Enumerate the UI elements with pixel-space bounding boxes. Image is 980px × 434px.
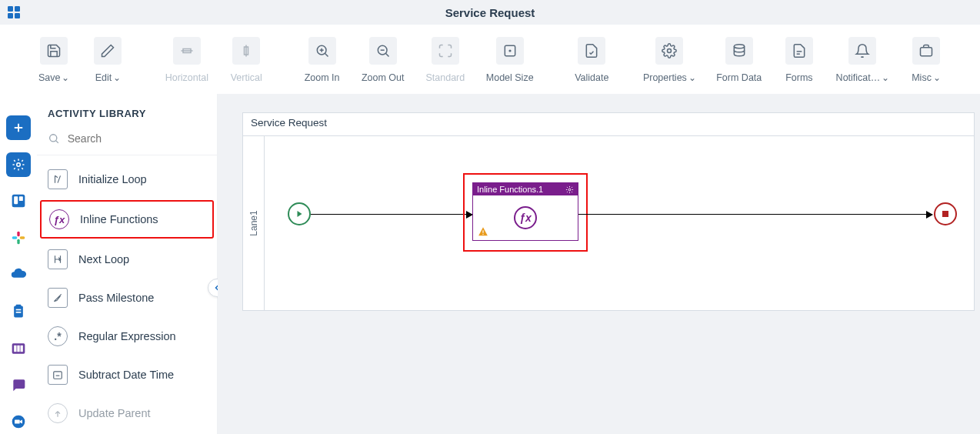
activity-label: Update Parent [78, 407, 151, 419]
window-header: Service Request [0, 0, 980, 25]
vertical-label: Vertical [231, 72, 262, 83]
svg-rect-33 [16, 305, 22, 307]
process-canvas[interactable]: Service Request Lane1 Inline Functions.1… [242, 112, 975, 311]
page-title: Service Request [445, 6, 535, 19]
svg-rect-41 [15, 420, 20, 424]
panel-title: ACTIVITY LIBRARY [37, 94, 217, 132]
search-input[interactable] [68, 132, 206, 145]
svg-marker-46 [298, 211, 302, 217]
activity-label: Initialize Loop [78, 173, 147, 185]
fx-icon: ƒx [514, 206, 537, 229]
align-horizontal-button[interactable]: Horizontal [155, 32, 219, 83]
chevron-down-icon: ⌄ [933, 72, 941, 83]
chevron-down-icon: ⌄ [882, 72, 889, 83]
lane-label: Lane1 [248, 210, 259, 235]
validate-button[interactable]: Validate [563, 32, 620, 83]
svg-rect-49 [482, 234, 483, 235]
activity-next-loop[interactable]: Next Loop [37, 240, 217, 279]
svg-point-16 [509, 50, 511, 52]
notifications-label: Notificat… [836, 72, 881, 83]
svg-rect-35 [16, 312, 22, 313]
activity-initialize-loop[interactable]: Initialize Loop [37, 160, 217, 199]
search-icon [48, 132, 60, 145]
fx-icon: ƒx [49, 209, 69, 229]
loop-next-icon [48, 249, 68, 269]
svg-point-24 [17, 162, 21, 166]
node-header: Inline Functions.1 [473, 183, 578, 195]
model-size-label: Model Size [486, 72, 534, 83]
svg-point-18 [734, 45, 744, 48]
misc-label: Misc [912, 72, 932, 83]
start-node[interactable] [288, 202, 311, 225]
node-title: Inline Functions.1 [477, 185, 543, 194]
end-node[interactable] [934, 202, 957, 225]
svg-rect-30 [17, 239, 19, 245]
app-launcher-icon[interactable] [0, 0, 28, 25]
save-button[interactable]: Save⌄ [27, 32, 81, 83]
forms-button[interactable]: Forms [772, 32, 826, 83]
clipboard-icon[interactable] [6, 299, 31, 324]
activity-label: Pass Milestone [78, 292, 154, 304]
validate-label: Validate [575, 72, 608, 83]
align-vertical-button[interactable]: Vertical [219, 32, 274, 83]
svg-rect-44 [54, 372, 62, 379]
zoom-out-button[interactable]: Zoom Out [351, 32, 415, 83]
form-data-button[interactable]: Form Data [706, 32, 772, 83]
svg-rect-31 [20, 237, 25, 239]
video-icon[interactable] [6, 409, 31, 434]
regex-icon: .* [48, 326, 68, 346]
edit-button[interactable]: Edit⌄ [81, 32, 135, 83]
chevron-down-icon: ⌄ [62, 72, 69, 83]
loop-init-icon [48, 169, 68, 189]
svg-line-43 [56, 141, 58, 143]
svg-rect-28 [17, 232, 19, 237]
lane-header[interactable]: Lane1 [243, 136, 265, 310]
stop-icon [942, 211, 948, 217]
standard-label: Standard [425, 72, 465, 83]
activity-label: Regular Expression [78, 330, 176, 342]
columns-icon[interactable] [6, 336, 31, 361]
trello-icon[interactable] [6, 189, 31, 214]
lane-body[interactable]: Inline Functions.1 ƒx [265, 136, 974, 310]
svg-line-13 [385, 53, 388, 56]
horizontal-label: Horizontal [165, 72, 208, 83]
zoom-in-label: Zoom In [305, 72, 340, 83]
properties-button[interactable]: Properties⌄ [633, 32, 706, 83]
activity-inline-functions[interactable]: ƒx Inline Functions [40, 200, 214, 239]
activity-pass-milestone[interactable]: Pass Milestone [37, 279, 217, 317]
inline-functions-node[interactable]: Inline Functions.1 ƒx [472, 182, 578, 241]
notifications-button[interactable]: Notificat…⌄ [826, 32, 899, 83]
activity-list: Initialize Loop ƒx Inline Functions Next… [37, 155, 217, 432]
onedrive-icon[interactable] [6, 262, 31, 287]
update-parent-icon [48, 403, 68, 423]
zoom-out-label: Zoom Out [362, 72, 405, 83]
svg-rect-3 [15, 13, 20, 18]
svg-rect-48 [482, 230, 483, 233]
gear-icon[interactable] [565, 185, 574, 194]
add-button[interactable] [6, 115, 31, 140]
forms-label: Forms [785, 72, 812, 83]
svg-point-47 [568, 189, 571, 191]
svg-rect-39 [21, 345, 23, 351]
main-area: ACTIVITY LIBRARY Initialize Loop ƒx Inli… [0, 94, 980, 434]
misc-button[interactable]: Misc⌄ [899, 32, 953, 83]
zoom-in-button[interactable]: Zoom In [293, 32, 351, 83]
edge-node-to-end[interactable] [578, 214, 932, 215]
node-body: ƒx [473, 195, 578, 240]
slack-icon[interactable] [6, 225, 31, 250]
activity-regular-expression[interactable]: .* Regular Expression [37, 317, 217, 356]
edge-start-to-node[interactable] [311, 214, 472, 215]
workflow-icon[interactable] [6, 152, 31, 177]
activity-label: Next Loop [78, 253, 129, 265]
activity-library-panel: ACTIVITY LIBRARY Initialize Loop ƒx Inli… [37, 94, 218, 434]
activity-subtract-date-time[interactable]: Subtract Date Time [37, 356, 217, 394]
svg-rect-34 [16, 309, 22, 310]
svg-line-9 [325, 53, 328, 56]
svg-rect-26 [14, 197, 18, 205]
chevron-down-icon: ⌄ [113, 72, 121, 83]
chat-icon[interactable] [6, 372, 31, 397]
activity-update-parent[interactable]: Update Parent [37, 394, 217, 432]
zoom-standard-button[interactable]: Standard [415, 32, 475, 83]
model-size-button[interactable]: Model Size [475, 32, 544, 83]
svg-rect-37 [14, 345, 16, 351]
